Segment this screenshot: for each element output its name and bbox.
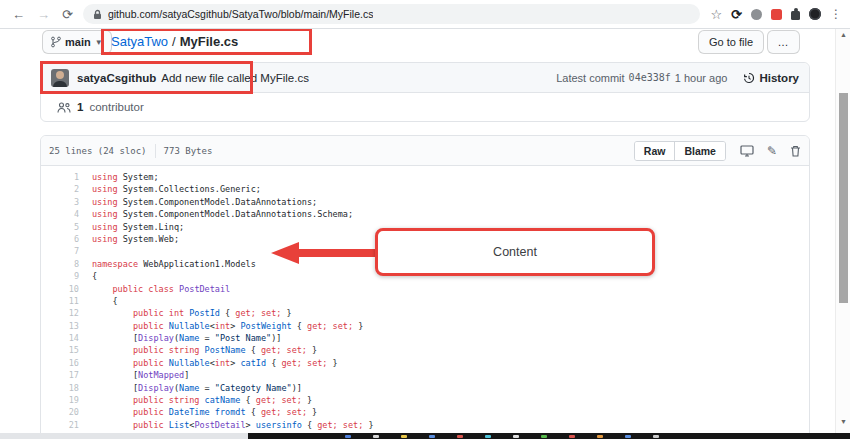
commit-sha[interactable]: 04e338f xyxy=(629,72,671,83)
file-action-icons: ✎ xyxy=(740,145,801,157)
page-scrollbar[interactable]: ▲ ▼ xyxy=(835,28,850,434)
people-icon xyxy=(57,102,71,113)
line-number[interactable]: 7 xyxy=(41,245,92,257)
taskbar-icon[interactable] xyxy=(457,435,463,438)
code-line: 11 { xyxy=(41,295,809,307)
line-number[interactable]: 10 xyxy=(41,283,92,295)
line-number[interactable]: 18 xyxy=(41,382,92,394)
star-icon[interactable]: ☆ xyxy=(710,8,722,21)
browser-toolbar: ← → ⟳ github.com/satyaCsgithub/SatyaTwo/… xyxy=(0,0,850,29)
line-number[interactable]: 4 xyxy=(41,208,92,220)
line-number[interactable]: 19 xyxy=(41,394,92,406)
breadcrumb-repo-link[interactable]: SatyaTwo xyxy=(111,34,168,49)
code-line: 1using System; xyxy=(41,171,809,183)
code-line: 15 public string PostName { get; set; } xyxy=(41,344,809,356)
taskbar-icon[interactable] xyxy=(625,435,631,438)
code-text: using System.ComponentModel.DataAnnotati… xyxy=(92,196,317,208)
code-line: 10 public class PostDetail xyxy=(41,283,809,295)
history-link[interactable]: History xyxy=(743,72,799,84)
kebab-menu-icon[interactable]: ⋮ xyxy=(830,8,842,20)
sync-extension-icon[interactable]: ⟳ xyxy=(731,8,742,21)
scrollbar-down-arrow[interactable]: ▼ xyxy=(836,418,850,426)
code-text: namespace WebApplication1.Models xyxy=(92,258,256,270)
taskbar-icon[interactable] xyxy=(513,435,519,438)
commit-author-link[interactable]: satyaCsgithub xyxy=(77,72,156,84)
breadcrumb-file-name: MyFile.cs xyxy=(180,34,239,49)
code-text: public List<PostDetail> usersinfo { get;… xyxy=(92,419,374,431)
code-text: using System.ComponentModel.DataAnnotati… xyxy=(92,208,353,220)
taskbar-icon[interactable] xyxy=(401,435,407,438)
code-line: 18 [Display(Name = "Categoty Name")] xyxy=(41,382,809,394)
history-label: History xyxy=(759,72,799,84)
browser-extensions-group: ☆ ⟳ ⋮ xyxy=(710,8,850,21)
latest-commit-meta: Latest commit 04e338f 1 hour ago xyxy=(556,72,727,84)
line-number[interactable]: 6 xyxy=(41,233,92,245)
line-number[interactable]: 1 xyxy=(41,171,92,183)
line-number[interactable]: 16 xyxy=(41,357,92,369)
trash-icon[interactable] xyxy=(790,145,801,157)
code-line: 13 public Nullable<int> PostWeight { get… xyxy=(41,320,809,332)
contributors-row[interactable]: 1 contributor xyxy=(41,93,809,121)
code-line: 4using System.ComponentModel.DataAnnotat… xyxy=(41,208,809,220)
scrollbar-thumb[interactable] xyxy=(839,93,848,303)
line-number[interactable]: 21 xyxy=(41,419,92,431)
code-text: using System; xyxy=(92,171,159,183)
taskbar-light-segment xyxy=(0,433,248,439)
back-icon[interactable]: ← xyxy=(12,8,25,21)
puzzle-extensions-icon[interactable] xyxy=(791,11,800,20)
shield-extension-icon[interactable] xyxy=(771,9,782,20)
line-number[interactable]: 20 xyxy=(41,406,92,418)
code-line: 12 public int PostId { get; set; } xyxy=(41,307,809,319)
git-branch-icon xyxy=(51,36,61,48)
windows-taskbar[interactable] xyxy=(0,433,850,439)
taskbar-icon[interactable] xyxy=(485,435,491,438)
annotation-arrow-shaft xyxy=(297,249,378,257)
reload-icon[interactable]: ⟳ xyxy=(62,8,73,21)
line-number[interactable]: 12 xyxy=(41,307,92,319)
more-options-button[interactable]: … xyxy=(767,30,800,54)
line-number[interactable]: 8 xyxy=(41,258,92,270)
content-annotation-box: Content xyxy=(375,228,655,276)
line-number[interactable]: 2 xyxy=(41,183,92,195)
taskbar-icon[interactable] xyxy=(569,435,575,438)
author-avatar[interactable] xyxy=(51,69,69,87)
code-viewer: 1using System;2using System.Collections.… xyxy=(41,166,809,439)
line-number[interactable]: 13 xyxy=(41,320,92,332)
scrollbar-up-arrow[interactable]: ▲ xyxy=(836,31,850,39)
lock-icon xyxy=(93,9,102,20)
line-number[interactable]: 11 xyxy=(41,295,92,307)
taskbar-icon[interactable] xyxy=(541,435,547,438)
taskbar-icon[interactable] xyxy=(345,435,351,438)
meta-divider xyxy=(155,144,156,158)
raw-button[interactable]: Raw xyxy=(635,142,675,160)
line-number[interactable]: 15 xyxy=(41,344,92,356)
line-number[interactable]: 9 xyxy=(41,270,92,282)
commit-message-link[interactable]: Add new file called MyFile.cs xyxy=(161,72,309,84)
address-bar[interactable]: github.com/satyaCsgithub/SatyaTwo/blob/m… xyxy=(83,4,701,24)
file-content-box: 25 lines (24 sloc) 773 Bytes Raw Blame ✎… xyxy=(40,135,810,439)
blame-button[interactable]: Blame xyxy=(674,142,725,160)
breadcrumb-separator: / xyxy=(172,34,176,49)
taskbar-icon[interactable] xyxy=(597,435,603,438)
code-line: 2using System.Collections.Generic; xyxy=(41,183,809,195)
url-text[interactable]: github.com/satyaCsgithub/SatyaTwo/blob/m… xyxy=(108,8,374,20)
line-number[interactable]: 5 xyxy=(41,221,92,233)
desktop-icon[interactable] xyxy=(740,145,754,157)
edit-pencil-icon[interactable]: ✎ xyxy=(767,145,777,157)
line-number[interactable]: 3 xyxy=(41,196,92,208)
taskbar-icon[interactable] xyxy=(429,435,435,438)
code-text: using System.Web; xyxy=(92,233,179,245)
line-number[interactable]: 17 xyxy=(41,369,92,381)
forward-icon[interactable]: → xyxy=(37,8,50,21)
line-number[interactable]: 14 xyxy=(41,332,92,344)
go-to-file-button[interactable]: Go to file xyxy=(698,30,764,54)
code-text: [Display(Name = "Categoty Name")] xyxy=(92,382,302,394)
code-text: using System.Collections.Generic; xyxy=(92,183,261,195)
code-line: 21 public List<PostDetail> usersinfo { g… xyxy=(41,419,809,431)
taskbar-icon[interactable] xyxy=(653,435,659,438)
profile-avatar-icon[interactable] xyxy=(809,8,821,20)
code-text: public Nullable<int> PostWeight { get; s… xyxy=(92,320,363,332)
taskbar-icon[interactable] xyxy=(373,435,379,438)
clock-history-icon xyxy=(743,72,755,84)
gray-extension-icon[interactable] xyxy=(751,9,762,20)
